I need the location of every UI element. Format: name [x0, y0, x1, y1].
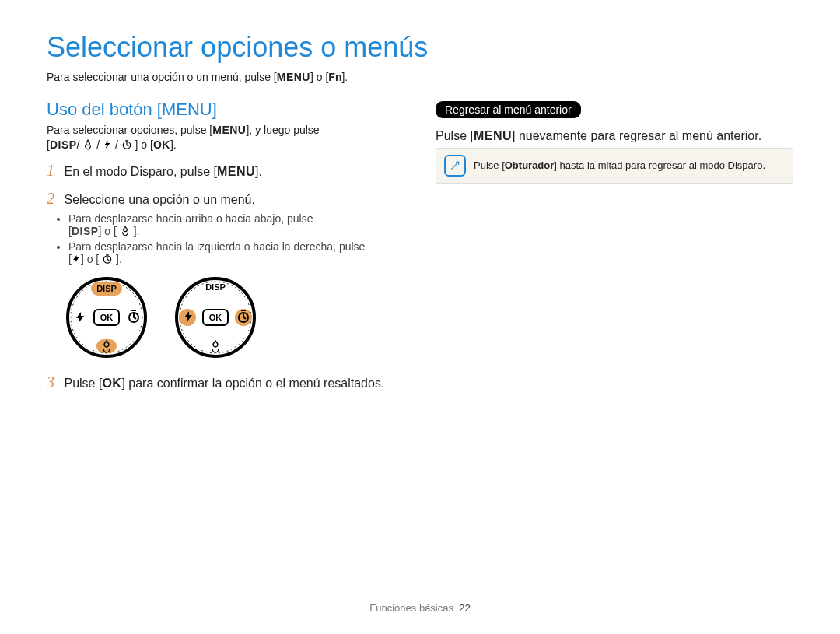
section-intro: Para seleccionar opciones, pulse [MENU],… [47, 123, 404, 153]
svg-text:OK: OK [209, 313, 222, 322]
tip-box: Pulse [Obturador] hasta la mitad para re… [436, 148, 793, 184]
timer-icon [121, 139, 132, 150]
return-menu-pill: Regresar al menú anterior [436, 101, 581, 118]
step-1: 1 En el modo Disparo, pulse [MENU]. [47, 159, 404, 181]
svg-text:DISP: DISP [96, 284, 117, 293]
svg-text:OK: OK [100, 313, 114, 322]
macro-icon [82, 139, 93, 150]
page-title: Seleccionar opciones o menús [47, 31, 793, 64]
page-footer: Funciones básicas 22 [0, 602, 840, 614]
step-3: 3 Pulse [OK] para confirmar la opción o … [47, 371, 404, 393]
right-column: Regresar al menú anterior Pulse [MENU] n… [436, 89, 793, 396]
flash-icon [103, 139, 112, 150]
left-column: Uso del botón [MENU] Para seleccionar op… [47, 89, 404, 396]
intro-line: Para seleccionar una opción o un menú, p… [47, 70, 793, 86]
dpad-diagram-vertical: DISP OK [64, 275, 149, 360]
section-heading: Uso del botón [MENU] [47, 100, 404, 120]
step-2: 2 Seleccione una opción o un menú. [47, 187, 404, 209]
svg-text:DISP: DISP [205, 282, 226, 292]
dpad-diagram-horizontal: DISP OK [173, 275, 258, 360]
return-menu-text: Pulse [MENU] nuevamente para regresar al… [436, 128, 793, 145]
step-2-sublist: Para desplazarse hacia arriba o hacia ab… [68, 212, 404, 265]
fn-key: Fn [328, 71, 341, 83]
macro-icon [120, 226, 131, 236]
flash-icon [72, 254, 81, 264]
timer-icon [102, 254, 113, 264]
menu-key: MENU [277, 71, 310, 83]
note-icon [444, 155, 466, 177]
